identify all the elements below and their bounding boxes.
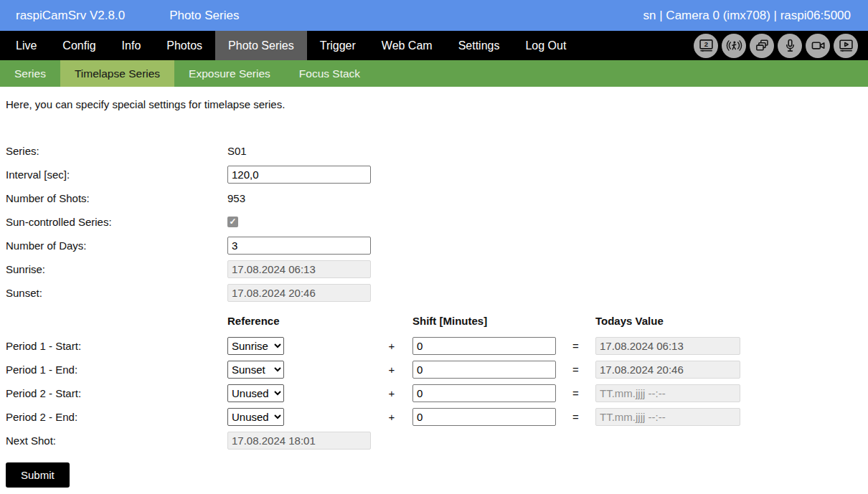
- plus-sign: +: [371, 411, 412, 423]
- period1-end-row: Period 1 - End: Sunset + =: [6, 361, 868, 379]
- nav-item-live[interactable]: Live: [0, 31, 49, 60]
- timelapse-form: Here, you can specify special settings f…: [0, 87, 868, 488]
- period1-end-label: Period 1 - End:: [6, 364, 227, 376]
- next-shot-row: Next Shot:: [6, 432, 868, 450]
- nav-item-log-out[interactable]: Log Out: [512, 31, 579, 60]
- series-value: S01: [227, 145, 371, 157]
- series-row: Series: S01: [6, 142, 868, 160]
- interval-label: Interval [sec]:: [6, 168, 227, 181]
- period2-end-row: Period 2 - End: Unused + =: [6, 408, 868, 426]
- shots-value: 953: [227, 192, 371, 204]
- display-2-icon[interactable]: 2: [694, 34, 718, 58]
- sun-controlled-checkbox[interactable]: ✓: [227, 217, 238, 227]
- motion-detection-icon[interactable]: [722, 34, 746, 58]
- period1-start-shift-input[interactable]: [412, 337, 556, 355]
- tab-timelapse-series[interactable]: Timelapse Series: [60, 60, 174, 87]
- video-player-icon[interactable]: [834, 34, 858, 58]
- nav-item-photos[interactable]: Photos: [154, 31, 215, 60]
- sun-controlled-label: Sun-controlled Series:: [6, 216, 227, 228]
- next-shot-value: [227, 432, 371, 450]
- nav-icon-group: 2: [694, 31, 868, 60]
- period2-start-row: Period 2 - Start: Unused + =: [6, 384, 868, 402]
- nav-item-trigger[interactable]: Trigger: [307, 31, 369, 60]
- top-bar: raspiCamSrv V2.8.0 Photo Series sn | Cam…: [0, 0, 868, 31]
- interval-input[interactable]: [227, 166, 371, 184]
- svg-text:2: 2: [704, 40, 707, 48]
- period-header-row: Reference Shift [Minutes] Todays Value: [6, 312, 868, 330]
- equals-sign: =: [556, 364, 595, 376]
- nav-item-web-cam[interactable]: Web Cam: [369, 31, 445, 60]
- interval-row: Interval [sec]:: [6, 166, 868, 184]
- period2-end-shift-input[interactable]: [412, 408, 556, 426]
- period2-end-reference-select[interactable]: Unused: [227, 408, 284, 426]
- sunset-value: [227, 284, 371, 302]
- shots-row: Number of Shots: 953: [6, 189, 868, 207]
- reference-column-header: Reference: [227, 315, 371, 327]
- series-label: Series:: [6, 145, 227, 157]
- nav-item-settings[interactable]: Settings: [445, 31, 513, 60]
- plus-sign: +: [371, 387, 412, 399]
- sunrise-label: Sunrise:: [6, 263, 227, 275]
- main-nav: Live Config Info Photos Photo Series Tri…: [0, 31, 868, 60]
- tab-series[interactable]: Series: [0, 60, 60, 87]
- shots-label: Number of Shots:: [6, 192, 227, 204]
- sunset-label: Sunset:: [6, 287, 227, 299]
- submit-button[interactable]: Submit: [6, 462, 70, 488]
- tab-exposure-series[interactable]: Exposure Series: [174, 60, 285, 87]
- sun-controlled-row: Sun-controlled Series: ✓: [6, 213, 868, 231]
- period2-end-label: Period 2 - End:: [6, 411, 227, 423]
- period2-start-shift-input[interactable]: [412, 384, 556, 402]
- plus-sign: +: [371, 340, 412, 352]
- app-title: raspiCamSrv V2.8.0: [16, 9, 125, 23]
- equals-sign: =: [556, 411, 595, 423]
- next-shot-label: Next Shot:: [6, 434, 227, 447]
- period1-start-reference-select[interactable]: Sunrise: [227, 337, 284, 355]
- photo-series-icon[interactable]: [750, 34, 774, 58]
- nav-item-photo-series[interactable]: Photo Series: [215, 31, 307, 60]
- sub-nav: Series Timelapse Series Exposure Series …: [0, 60, 868, 87]
- shift-column-header: Shift [Minutes]: [412, 315, 556, 327]
- period2-start-reference-select[interactable]: Unused: [227, 384, 284, 402]
- days-input[interactable]: [227, 237, 371, 255]
- sunset-row: Sunset:: [6, 284, 868, 302]
- equals-sign: =: [556, 387, 595, 399]
- microphone-icon[interactable]: [778, 34, 802, 58]
- nav-item-config[interactable]: Config: [49, 31, 108, 60]
- tab-focus-stack[interactable]: Focus Stack: [285, 60, 374, 87]
- plus-sign: +: [371, 364, 412, 376]
- video-camera-icon[interactable]: [806, 34, 830, 58]
- equals-sign: =: [556, 340, 595, 352]
- days-row: Number of Days:: [6, 237, 868, 255]
- period2-start-label: Period 2 - Start:: [6, 387, 227, 399]
- sunrise-value: [227, 260, 371, 278]
- sunrise-row: Sunrise:: [6, 260, 868, 278]
- period1-start-row: Period 1 - Start: Sunrise + =: [6, 337, 868, 355]
- nav-item-info[interactable]: Info: [109, 31, 154, 60]
- page-title: Photo Series: [169, 9, 239, 23]
- period1-end-reference-select[interactable]: Sunset: [227, 361, 284, 379]
- period2-start-todays-value: [595, 384, 740, 402]
- period2-end-todays-value: [595, 408, 740, 426]
- days-label: Number of Days:: [6, 239, 227, 252]
- page-description: Here, you can specify special settings f…: [6, 98, 868, 110]
- period1-start-label: Period 1 - Start:: [6, 340, 227, 352]
- period1-start-todays-value: [595, 337, 740, 355]
- period1-end-shift-input[interactable]: [412, 361, 556, 379]
- connection-status: sn | Camera 0 (imx708) | raspi06:5000: [643, 9, 851, 23]
- todays-value-column-header: Todays Value: [595, 315, 740, 327]
- period1-end-todays-value: [595, 361, 740, 379]
